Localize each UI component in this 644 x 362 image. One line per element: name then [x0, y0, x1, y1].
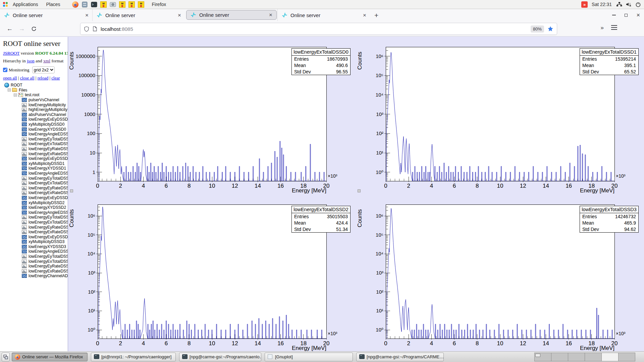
- new-tab-button[interactable]: +: [370, 12, 382, 19]
- reload-button[interactable]: [29, 24, 39, 34]
- pad-resize-handle-1[interactable]: [70, 189, 73, 192]
- workspace-4[interactable]: [585, 353, 602, 361]
- histogram-pad-lowEnergyExTotalDSSD1[interactable]: 10⁰10¹10²10³10⁴10⁵10⁶02468101214161820En…: [356, 37, 644, 194]
- grid-layout-select[interactable]: grid 2x2: [32, 66, 55, 73]
- show-desktop-button[interactable]: [2, 353, 10, 361]
- action-close-all[interactable]: close all: [20, 75, 35, 80]
- tree-item-lowEnergyEyRateDSSD2[interactable]: lowEnergyEyRateDSSD2: [3, 225, 68, 230]
- forward-button[interactable]: →: [17, 24, 27, 34]
- tree-item-highEnergyMultiplicity[interactable]: highEnergyMultiplicity: [3, 107, 68, 112]
- workspace-5[interactable]: [601, 353, 619, 361]
- tree-item-lowEnergyXYDSSD2[interactable]: lowEnergyXYDSSD2: [3, 205, 68, 210]
- zoom-level-badge[interactable]: 80%: [531, 25, 544, 33]
- workspace-6[interactable]: [618, 353, 635, 361]
- shield-icon[interactable]: [84, 26, 89, 32]
- tree-item-xyMultiplicityDSSD1[interactable]: xyMultiplicityDSSD1: [3, 161, 68, 166]
- tree-item-pulserVsChannel[interactable]: pulserVsChannel: [3, 98, 68, 103]
- applications-menu[interactable]: Applications: [9, 2, 42, 7]
- tab-close-icon[interactable]: ×: [269, 12, 272, 18]
- notification-icon[interactable]: »: [581, 1, 588, 8]
- stats-box-lowEnergyExTotalDSSD0[interactable]: lowEnergyExTotalDSSD0Entries18670993Mean…: [291, 48, 351, 75]
- firefox-icon[interactable]: [72, 1, 79, 8]
- tree-item-lowEnergyAngleEDSSD0[interactable]: lowEnergyAngleEDSSD0: [3, 132, 68, 137]
- tree-item-xyMultiplicityDSSD2[interactable]: xyMultiplicityDSSD2: [3, 200, 68, 205]
- tree-item-lowEnergyExEyDSSD1[interactable]: lowEnergyExEyDSSD1: [3, 156, 68, 161]
- tree-node-test-root[interactable]: test.root: [3, 93, 68, 98]
- tab-close-icon[interactable]: ×: [178, 12, 181, 18]
- tree-node-files[interactable]: Files: [3, 88, 68, 93]
- close-button[interactable]: ×: [636, 12, 640, 18]
- volume-muted-icon[interactable]: [625, 1, 632, 8]
- power-icon[interactable]: [635, 1, 641, 8]
- json-link[interactable]: json: [27, 58, 35, 63]
- url-bar[interactable]: localhost:8085 80%: [80, 23, 557, 35]
- tree-item-lowEnergyExTotalDSSD0[interactable]: lowEnergyExTotalDSSD0: [3, 141, 68, 146]
- tab-online-server-2[interactable]: Online server×: [93, 9, 185, 21]
- maximize-button[interactable]: [625, 14, 628, 17]
- tree-item-lowEnergyEyTotalDSSD2[interactable]: lowEnergyEyTotalDSSD2: [3, 215, 68, 220]
- tree-item-lowEnergyEyTotalDSSD3[interactable]: lowEnergyEyTotalDSSD3: [3, 254, 68, 259]
- tree-item-lowEnergyExTotalDSSD3[interactable]: lowEnergyExTotalDSSD3: [3, 259, 68, 264]
- bookmark-star-icon[interactable]: [547, 26, 553, 32]
- tree-item-lowEnergyExEyDSSD2[interactable]: lowEnergyExEyDSSD2: [3, 195, 68, 200]
- back-button[interactable]: ←: [5, 24, 15, 34]
- midas-icon[interactable]: M: [128, 1, 135, 8]
- midas-icon[interactable]: M: [119, 1, 126, 8]
- tab-online-server-4[interactable]: Online server×: [278, 9, 370, 21]
- stats-box-lowEnergyExTotalDSSD2[interactable]: lowEnergyExTotalDSSD2Entries35015503Mean…: [291, 206, 351, 233]
- tree-item-lowEnergyAngleEDSSD1[interactable]: lowEnergyAngleEDSSD1: [3, 171, 68, 176]
- taskbar-button-2[interactable]: [pi@nnrpi1: ~/Programs/caenlogger]: [91, 353, 176, 361]
- taskbar-button-3[interactable]: [npg@carme-gsi:~/Programs/caenlo…: [179, 353, 261, 361]
- places-menu[interactable]: Places: [42, 2, 64, 7]
- tree-item-lowEnergyXYDSSD3[interactable]: lowEnergyXYDSSD3: [3, 244, 68, 249]
- tree-item-lowEnergyExTotalDSSD1[interactable]: lowEnergyExTotalDSSD1: [3, 181, 68, 186]
- tab-online-server-3[interactable]: Online server×: [186, 10, 277, 20]
- tree-item-lowEnergyExRateDSSD3[interactable]: lowEnergyExRateDSSD3: [3, 269, 68, 274]
- taskbar-button-4[interactable]: [Gnuplot]: [265, 353, 353, 361]
- tab-close-icon[interactable]: ×: [363, 12, 366, 18]
- stats-box-lowEnergyExTotalDSSD3[interactable]: lowEnergyExTotalDSSD3Entries14246732Mean…: [580, 206, 639, 233]
- stats-box-lowEnergyExTotalDSSD1[interactable]: lowEnergyExTotalDSSD1Entries15395214Mean…: [580, 48, 639, 75]
- monitoring-checkbox[interactable]: [3, 68, 7, 72]
- tree-item-lowEnergyEyTotalDSSD1[interactable]: lowEnergyEyTotalDSSD1: [3, 176, 68, 181]
- toolbar-overflow-button[interactable]: »: [601, 24, 603, 31]
- tree-item-lowEnergyAngleEDSSD3[interactable]: lowEnergyAngleEDSSD3: [3, 249, 68, 254]
- tree-item-lowEnergyMultiplicity[interactable]: lowEnergyMultiplicity: [3, 102, 68, 107]
- tree-item-lowEnergyExEyDSSD3[interactable]: lowEnergyExEyDSSD3: [3, 234, 68, 239]
- taskbar-button-1[interactable]: Online server — Mozilla Firefox: [12, 353, 88, 361]
- histogram-pad-lowEnergyExTotalDSSD3[interactable]: 10⁰10¹10²10³10⁴10⁵10⁶02468101214161820En…: [356, 194, 644, 351]
- tree-item-lowEnergyAngleEDSSD2[interactable]: lowEnergyAngleEDSSD2: [3, 210, 68, 215]
- tab-online-server-1[interactable]: Online server×: [0, 9, 93, 21]
- minimize-button[interactable]: [612, 15, 616, 15]
- pad-resize-handle-2[interactable]: [358, 189, 361, 192]
- action-reload[interactable]: reload: [38, 75, 48, 80]
- workspace-2[interactable]: [551, 353, 568, 361]
- action-clear[interactable]: clear: [51, 75, 60, 80]
- tab-close-icon[interactable]: ×: [85, 12, 89, 18]
- midas-icon[interactable]: M: [138, 1, 145, 8]
- jsroot-link[interactable]: JSROOT: [3, 51, 19, 56]
- collapse-toggle[interactable]: [14, 94, 17, 97]
- tree-item-lowEnergyExTotalDSSD2[interactable]: lowEnergyExTotalDSSD2: [3, 220, 68, 225]
- xml-link[interactable]: xml: [43, 58, 50, 63]
- collapse-toggle[interactable]: [8, 88, 11, 92]
- action-open-all[interactable]: open all: [3, 75, 17, 80]
- workspace-3[interactable]: [568, 353, 585, 361]
- midas-icon[interactable]: M: [100, 1, 107, 8]
- tree-item-lowEnergyXYDSSD1[interactable]: lowEnergyXYDSSD1: [3, 166, 68, 171]
- histogram-pad-lowEnergyExTotalDSSD0[interactable]: 1101001000100001000001000000024681012141…: [68, 37, 356, 194]
- workspace-1[interactable]: [534, 353, 551, 361]
- files-icon[interactable]: [81, 1, 88, 8]
- histogram-pad-lowEnergyExTotalDSSD2[interactable]: 10⁰10¹10²10³10⁴10⁵10⁶02468101214161820En…: [68, 194, 356, 351]
- tree-node-root[interactable]: ROOT: [3, 83, 68, 88]
- clock[interactable]: Sat 22:31: [592, 2, 612, 7]
- tree-item-lowEnergyExRateDSSD1[interactable]: lowEnergyExRateDSSD1: [3, 190, 68, 195]
- network-icon[interactable]: [616, 1, 623, 8]
- tree-item-lowEnergyExEyDSSD0[interactable]: lowEnergyExEyDSSD0: [3, 117, 68, 122]
- tree-item-lowEnergyEyRateDSSD3[interactable]: lowEnergyEyRateDSSD3: [3, 264, 68, 269]
- tree-item-lowEnergyEyRateDSSD1[interactable]: lowEnergyEyRateDSSD1: [3, 185, 68, 190]
- tree-item-lowEnergyChannelADC[interactable]: lowEnergyChannelADC: [3, 274, 68, 279]
- taskbar-button-5[interactable]: [npg@carme-gsi:~/Programs/CARME…: [356, 353, 444, 361]
- tree-item-lowEnergyXYDSSD0[interactable]: lowEnergyXYDSSD0: [3, 127, 68, 132]
- screenshot-icon[interactable]: [109, 1, 116, 8]
